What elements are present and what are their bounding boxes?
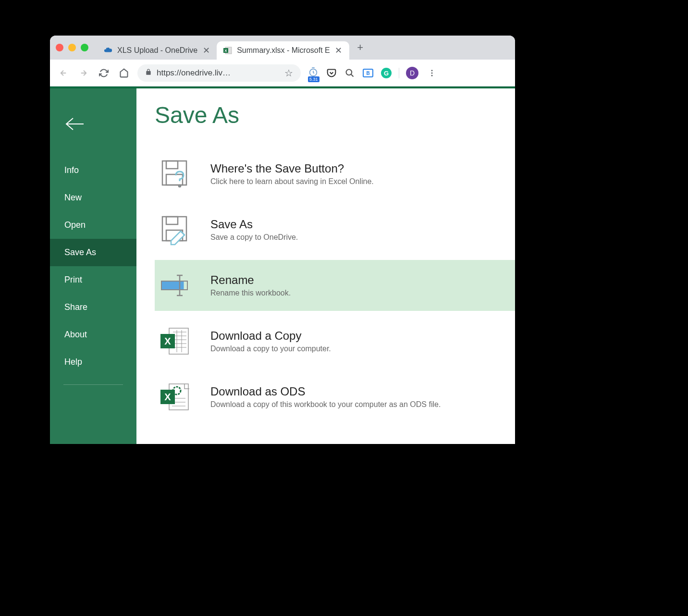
sidebar-item-label: Share <box>64 302 87 312</box>
svg-point-4 <box>346 69 352 75</box>
address-bar[interactable]: https://onedrive.liv… ☆ <box>137 64 301 82</box>
sidebar-item-new[interactable]: New <box>50 184 136 211</box>
tab-label: XLS Upload - OneDrive <box>117 46 197 55</box>
svg-point-16 <box>179 185 181 187</box>
window-controls <box>56 44 88 51</box>
option-title: Save As <box>210 218 298 231</box>
tab-bar: XLS Upload - OneDrive ✕ X Summary.xlsx -… <box>50 36 515 60</box>
svg-rect-18 <box>166 217 178 224</box>
back-arrow-button[interactable] <box>50 117 136 157</box>
sidebar-item-label: Info <box>64 165 79 175</box>
extension-pocket-icon[interactable] <box>326 67 337 79</box>
svg-text:G: G <box>384 70 389 77</box>
sidebar-divider <box>63 384 123 385</box>
save-as-icon <box>155 210 194 249</box>
option-download-ods[interactable]: X Download as ODS Download a copy of thi… <box>155 371 515 422</box>
sidebar: Info New Open Save As Print Share About … <box>50 88 136 444</box>
option-save-as[interactable]: Save As Save a copy to OneDrive. <box>155 204 515 255</box>
option-desc: Download a copy to your computer. <box>210 345 331 353</box>
option-desc: Rename this workbook. <box>210 289 291 297</box>
rename-icon <box>155 266 194 305</box>
excel-icon: X <box>223 46 232 55</box>
new-tab-button[interactable]: + <box>353 40 368 55</box>
svg-point-12 <box>431 74 433 76</box>
onedrive-icon <box>104 46 112 55</box>
option-title: Where's the Save Button? <box>210 162 374 175</box>
option-rename[interactable]: Rename Rename this workbook. <box>155 260 515 311</box>
close-tab-icon[interactable]: ✕ <box>335 47 343 54</box>
svg-line-5 <box>351 74 354 76</box>
option-title: Download a Copy <box>210 329 331 343</box>
profile-avatar[interactable]: D <box>406 67 418 79</box>
separator <box>399 68 399 78</box>
home-button[interactable] <box>117 66 131 80</box>
url-text: https://onedrive.liv… <box>157 68 231 78</box>
browser-tab-excel[interactable]: X Summary.xlsx - Microsoft E ✕ <box>217 41 349 60</box>
minimize-window-button[interactable] <box>68 44 76 51</box>
extension-search-icon[interactable] <box>344 67 356 79</box>
back-button[interactable] <box>57 66 70 80</box>
sidebar-item-label: Print <box>64 275 82 284</box>
option-wheres-save[interactable]: Where's the Save Button? Click here to l… <box>155 148 515 199</box>
svg-text:X: X <box>164 392 171 402</box>
star-icon[interactable]: ☆ <box>284 67 293 79</box>
main-panel: Save As Where's the Save Button? Click h… <box>136 88 515 444</box>
sidebar-item-info[interactable]: Info <box>50 157 136 184</box>
extension-box-icon[interactable]: B <box>362 67 374 79</box>
app-content: Info New Open Save As Print Share About … <box>50 86 515 444</box>
menu-button[interactable] <box>425 66 439 80</box>
extension-grammarly-icon[interactable]: G <box>381 67 392 79</box>
sidebar-item-save-as[interactable]: Save As <box>50 239 136 266</box>
option-download-copy[interactable]: X Download a Copy Download a copy to you… <box>155 316 515 367</box>
sidebar-item-about[interactable]: About <box>50 321 136 348</box>
sidebar-item-print[interactable]: Print <box>50 266 136 294</box>
download-ods-icon: X <box>155 377 194 417</box>
browser-window: XLS Upload - OneDrive ✕ X Summary.xlsx -… <box>50 36 515 444</box>
browser-toolbar: https://onedrive.liv… ☆ 5.31 B G <box>50 60 515 86</box>
option-title: Rename <box>210 273 291 287</box>
page-title: Save As <box>155 102 515 128</box>
svg-rect-14 <box>166 161 178 169</box>
save-question-icon <box>155 154 194 194</box>
sidebar-item-label: New <box>64 193 82 202</box>
option-desc: Download a copy of this workbook to your… <box>210 400 441 409</box>
option-desc: Save a copy to OneDrive. <box>210 233 298 242</box>
sidebar-item-open[interactable]: Open <box>50 211 136 239</box>
tab-label: Summary.xlsx - Microsoft E <box>237 46 330 55</box>
sidebar-item-label: Save As <box>64 247 96 257</box>
reload-button[interactable] <box>97 66 111 80</box>
option-title: Download as ODS <box>210 385 441 398</box>
sidebar-item-share[interactable]: Share <box>50 294 136 321</box>
option-desc: Click here to learn about saving in Exce… <box>210 177 374 186</box>
sidebar-item-label: About <box>64 330 87 339</box>
forward-button[interactable] <box>77 66 90 80</box>
close-tab-icon[interactable]: ✕ <box>202 47 210 54</box>
maximize-window-button[interactable] <box>81 44 88 51</box>
sidebar-item-label: Help <box>64 357 82 367</box>
sidebar-item-label: Open <box>64 220 86 230</box>
extension-stopwatch-icon[interactable]: 5.31 <box>307 67 319 79</box>
download-excel-icon: X <box>155 321 194 361</box>
sidebar-item-help[interactable]: Help <box>50 348 136 376</box>
svg-point-10 <box>431 70 433 71</box>
svg-text:B: B <box>366 71 369 76</box>
extensions: 5.31 B G D <box>307 66 439 80</box>
browser-tab-onedrive[interactable]: XLS Upload - OneDrive ✕ <box>97 41 217 60</box>
svg-point-11 <box>431 72 433 74</box>
lock-icon <box>145 68 152 78</box>
close-window-button[interactable] <box>56 44 63 51</box>
svg-text:X: X <box>164 336 171 346</box>
svg-text:X: X <box>225 49 228 53</box>
